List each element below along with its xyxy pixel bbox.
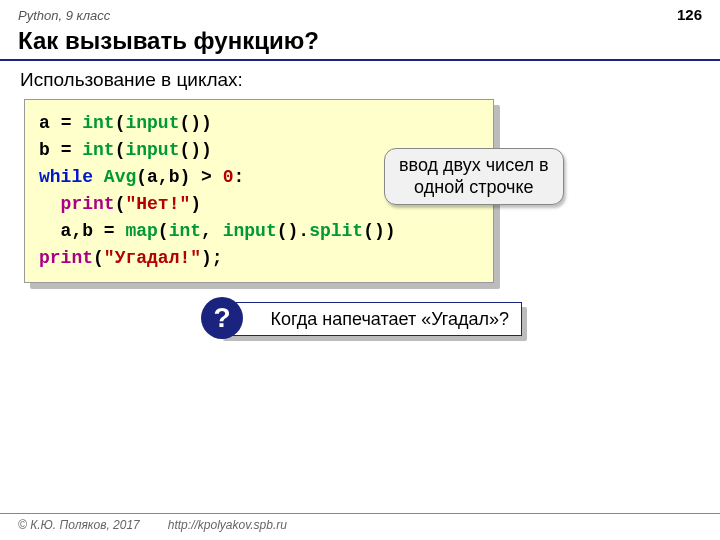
question-badge-icon: ? [201,297,243,339]
code-func-int: int [82,140,114,160]
page-title: Как вызывать функцию? [0,25,720,61]
copyright: © К.Ю. Поляков, 2017 [18,518,140,532]
code-func-avg: Avg [104,167,136,187]
code-func-print: print [39,248,93,268]
code-number: 0 [223,167,234,187]
code-func-input: input [125,140,179,160]
code-func-map: map [125,221,157,241]
slide-header: Python, 9 класс 126 [0,0,720,25]
code-string: "Нет!" [125,194,190,214]
slide-footer: © К.Ю. Поляков, 2017 http://kpolyakov.sp… [0,513,720,536]
question-text: Когда напечатает «Угадал»? [271,309,509,330]
code-string: "Угадал!" [104,248,201,268]
code-func-print: print [61,194,115,214]
code-keyword-while: while [39,167,93,187]
subtitle: Использование в циклах: [0,61,720,97]
code-func-input: input [125,113,179,133]
bubble-line: ввод двух чисел в [399,155,549,177]
code-func-int: int [82,113,114,133]
bubble-line: одной строчке [399,177,549,199]
code-func-int: int [169,221,201,241]
code-func-split: split [309,221,363,241]
annotation-bubble: ввод двух чисел в одной строчке [384,148,564,205]
code-func-input: input [223,221,277,241]
footer-url: http://kpolyakov.spb.ru [168,518,287,532]
page-number: 126 [677,6,702,23]
code-var: a,b [61,221,93,241]
code-var: a [39,113,50,133]
course-label: Python, 9 класс [18,8,110,23]
code-var: b [39,140,50,160]
question-box: ? Когда напечатает «Угадал»? [218,302,522,336]
question-callout: ? Когда напечатает «Угадал»? [218,302,522,336]
